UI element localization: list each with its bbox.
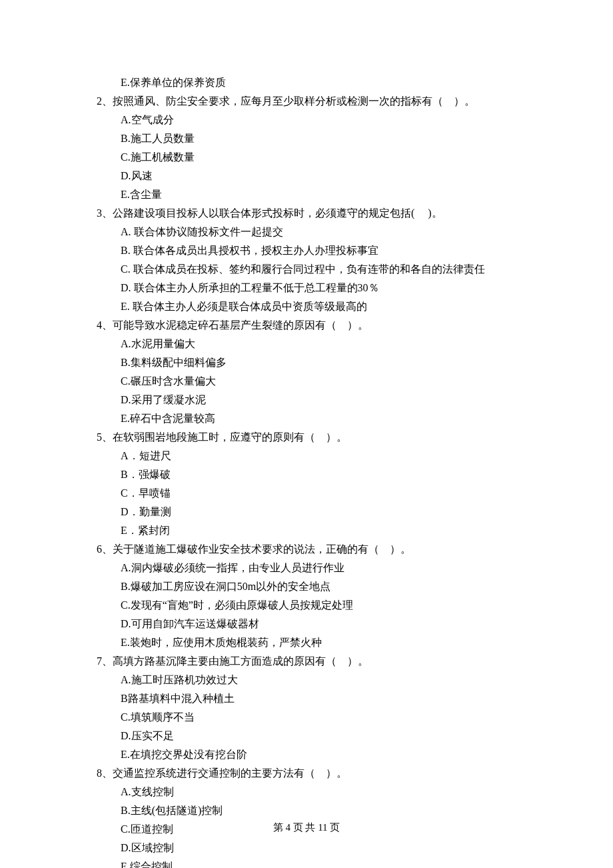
q5-option-b: B．强爆破 [97,465,520,484]
q4-option-b: B.集料级配中细料偏多 [97,353,520,372]
q4-num: 4、 [97,319,113,331]
q2-option-e: E.含尘量 [97,185,520,204]
question-5: 5、在软弱围岩地段施工时，应遵守的原则有（ ）。 [97,428,520,447]
q4-option-a: A.水泥用量偏大 [97,335,520,353]
q8-num: 8、 [97,767,113,779]
q3-option-b: B. 联合体各成员出具授权书，授权主办人办理投标事宜 [97,241,520,260]
page-footer: 第 4 页 共 11 页 [0,819,613,836]
q5-text: 在软弱围岩地段施工时，应遵守的原则有（ ）。 [113,431,347,443]
q6-text: 关于隧道施工爆破作业安全技术要求的说法，正确的有（ ）。 [113,543,411,555]
q3-text: 公路建设项目投标人以联合体形式投标时，必须遵守的规定包括( )。 [113,207,442,219]
question-7: 7、高填方路基沉降主要由施工方面造成的原因有（ ）。 [97,652,520,671]
q7-option-b: B路基填料中混入种植土 [97,689,520,708]
q8-text: 交通监控系统进行交通控制的主要方法有（ ）。 [113,767,347,779]
q5-option-d: D．勤量测 [97,503,520,521]
q5-num: 5、 [97,431,113,443]
q7-text: 高填方路基沉降主要由施工方面造成的原因有（ ）。 [113,655,368,667]
q6-option-a: A.洞内爆破必须统一指挥，由专业人员进行作业 [97,559,520,577]
q7-num: 7、 [97,655,113,667]
q3-option-c: C. 联合体成员在投标、签约和履行合同过程中，负有连带的和各自的法律责任 [97,260,520,279]
q3-option-a: A. 联合体协议随投标文件一起提交 [97,223,520,241]
leading-option: E.保养单位的保养资质 [97,73,520,92]
q8-option-d: D.区域控制 [97,839,520,857]
q2-text: 按照通风、防尘安全要求，应每月至少取样分析或检测一次的指标有（ ）。 [113,95,475,107]
q4-option-c: C.碾压时含水量偏大 [97,372,520,391]
question-4: 4、可能导致水泥稳定碎石基层产生裂缝的原因有（ ）。 [97,316,520,335]
q7-option-d: D.压实不足 [97,727,520,745]
question-3: 3、公路建设项目投标人以联合体形式投标时，必须遵守的规定包括( )。 [97,204,520,223]
q8-option-a: A.支线控制 [97,783,520,801]
q2-option-c: C.施工机械数量 [97,148,520,167]
q5-option-c: C．早喷锚 [97,484,520,503]
q7-option-a: A.施工时压路机功效过大 [97,671,520,689]
q6-option-e: E.装炮时，应使用木质炮棍装药，严禁火种 [97,633,520,652]
q7-option-c: C.填筑顺序不当 [97,708,520,727]
q2-option-a: A.空气成分 [97,111,520,129]
q3-option-d: D. 联合体主办人所承担的工程量不低于总工程量的30％ [97,279,520,297]
question-8: 8、交通监控系统进行交通控制的主要方法有（ ）。 [97,764,520,783]
q3-option-e: E. 联合体主办人必须是联合体成员中资质等级最高的 [97,297,520,316]
q4-text: 可能导致水泥稳定碎石基层产生裂缝的原因有（ ）。 [113,319,368,331]
q2-option-b: B.施工人员数量 [97,129,520,148]
q6-option-d: D.可用自卸汽车运送爆破器材 [97,615,520,633]
q8-option-e: E.综合控制 [97,857,520,868]
q2-option-d: D.风速 [97,167,520,185]
q2-num: 2、 [97,95,113,107]
q4-option-d: D.采用了缓凝水泥 [97,391,520,409]
question-2: 2、按照通风、防尘安全要求，应每月至少取样分析或检测一次的指标有（ ）。 [97,92,520,111]
q7-option-e: E.在填挖交界处没有挖台阶 [97,745,520,764]
q5-option-a: A．短进尺 [97,447,520,465]
q4-option-e: E.碎石中含泥量较高 [97,409,520,428]
q6-option-b: B.爆破加工房应设在洞口50m以外的安全地点 [97,577,520,596]
q8-option-b: B.主线(包括隧道)控制 [97,801,520,820]
question-6: 6、关于隧道施工爆破作业安全技术要求的说法，正确的有（ ）。 [97,540,520,559]
q5-option-e: E．紧封闭 [97,521,520,540]
q3-num: 3、 [97,207,113,219]
q6-option-c: C.发现有“盲炮”时，必须由原爆破人员按规定处理 [97,596,520,615]
q6-num: 6、 [97,543,113,555]
